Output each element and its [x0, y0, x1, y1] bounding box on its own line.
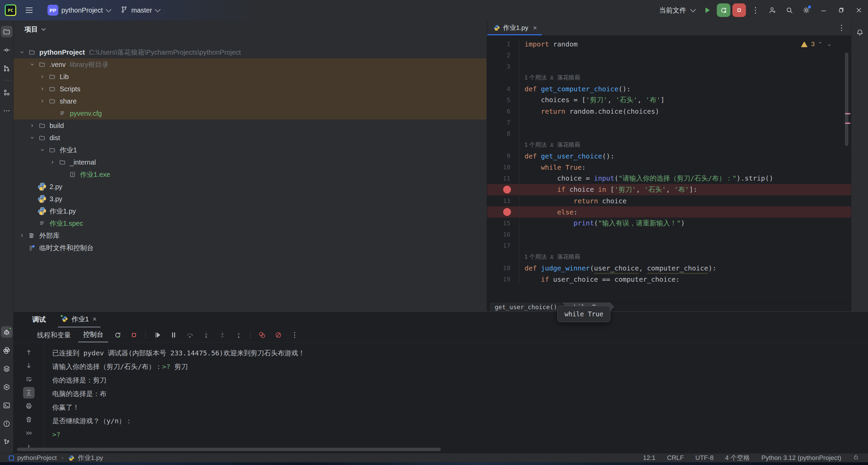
- notifications-bell-icon[interactable]: [856, 29, 864, 311]
- tree-item[interactable]: 3.py: [14, 193, 487, 205]
- editor-scrollbar[interactable]: [845, 53, 848, 146]
- rail-terminal-icon[interactable]: [1, 399, 13, 411]
- chevron-down-icon[interactable]: [27, 61, 37, 68]
- tree-item[interactable]: share: [14, 95, 487, 107]
- code-line[interactable]: 8: [487, 128, 851, 139]
- caret-position-widget[interactable]: 12:1: [643, 454, 655, 462]
- force-step-into-icon[interactable]: [216, 328, 229, 342]
- inspections-widget[interactable]: 3 ⌃⌄: [801, 40, 831, 48]
- error-stripe-mark[interactable]: [845, 113, 850, 114]
- tree-item[interactable]: pyvenv.cfg: [14, 107, 487, 119]
- code-line[interactable]: 18def judge_winner(user_choice, computer…: [487, 262, 851, 274]
- rerun-debug-button[interactable]: [717, 3, 730, 17]
- gutter[interactable]: [487, 184, 519, 195]
- rail-folder-icon[interactable]: [1, 26, 13, 37]
- tree-item[interactable]: 作业1.py: [14, 205, 487, 217]
- chevron-right-icon[interactable]: [47, 159, 58, 166]
- view-breakpoints-icon[interactable]: [255, 328, 269, 342]
- rail-more-icon[interactable]: [1, 105, 13, 116]
- code-line[interactable]: 11choice = input("请输入你的选择（剪刀/石头/布）：").st…: [487, 173, 851, 184]
- console-horizontal-scrollbar[interactable]: [17, 448, 441, 451]
- tree-item[interactable]: Lib: [14, 71, 487, 83]
- triple-chevron-icon[interactable]: [23, 427, 35, 439]
- rail-debug-icon[interactable]: [1, 326, 13, 338]
- rail-version-control-icon[interactable]: [1, 436, 13, 448]
- tree-item[interactable]: Scripts: [14, 83, 487, 95]
- code-line[interactable]: 9def get_user_choice():: [487, 150, 851, 162]
- gutter[interactable]: [487, 206, 519, 218]
- editor-tab-options-button[interactable]: ⋮: [838, 20, 851, 35]
- tree-item[interactable]: .venvlibrary根目录: [14, 58, 487, 71]
- author-hint[interactable]: 落花狼藉: [557, 253, 580, 261]
- chevron-down-icon[interactable]: [27, 134, 37, 141]
- gutter[interactable]: 13: [487, 195, 519, 206]
- tree-item[interactable]: 作业1: [14, 144, 487, 156]
- stop-icon[interactable]: [127, 328, 141, 342]
- indent-widget[interactable]: 4 个空格: [725, 453, 750, 462]
- code-line[interactable]: 7: [487, 117, 851, 128]
- author-hint[interactable]: 落花狼藉: [557, 74, 580, 81]
- usages-hint[interactable]: 1 个用法: [525, 74, 547, 81]
- main-menu-button[interactable]: [22, 3, 36, 17]
- chevron-right-icon[interactable]: [27, 122, 37, 129]
- code-editor[interactable]: 1import random23 1 个用法 落花狼藉4def get_comp…: [487, 36, 851, 302]
- step-into-icon[interactable]: [199, 328, 213, 342]
- rail-commit-icon[interactable]: [1, 44, 13, 56]
- step-out-icon[interactable]: [232, 328, 245, 342]
- breadcrumb-item[interactable]: get_user_choice(): [490, 302, 565, 312]
- breakpoint-icon[interactable]: [503, 208, 511, 216]
- settings-button[interactable]: [799, 3, 814, 17]
- chevron-right-icon[interactable]: [37, 86, 47, 92]
- run-button[interactable]: [700, 3, 715, 17]
- rail-services-icon[interactable]: [1, 363, 13, 374]
- tree-item[interactable]: 外部库: [14, 229, 487, 242]
- tree-item[interactable]: ?作业1.exe: [14, 168, 487, 181]
- tree-item[interactable]: _internal: [14, 156, 487, 168]
- tree-item[interactable]: 作业1.spec: [14, 217, 487, 229]
- gutter[interactable]: 10: [487, 162, 519, 173]
- chevron-right-icon[interactable]: [17, 232, 27, 239]
- close-icon[interactable]: ✕: [92, 316, 97, 322]
- code-line[interactable]: 15print("输入有误，请重新输入！"): [487, 218, 851, 229]
- branch-widget[interactable]: master: [117, 3, 162, 17]
- pause-icon[interactable]: [167, 328, 180, 342]
- usages-hint[interactable]: 1 个用法: [525, 253, 547, 261]
- gutter[interactable]: 4: [487, 83, 519, 94]
- debug-session-tab[interactable]: 作业1 ✕: [58, 312, 100, 328]
- status-breadcrumb-project[interactable]: pythonProject: [17, 454, 57, 462]
- code-line[interactable]: 5choices = ['剪刀', '石头', '布']: [487, 94, 851, 106]
- code-line[interactable]: 3: [487, 61, 851, 72]
- project-widget[interactable]: PP pythonProject: [44, 3, 113, 17]
- status-breadcrumb-file[interactable]: 作业1.py: [78, 453, 103, 462]
- print-icon[interactable]: [23, 401, 35, 412]
- gutter[interactable]: 15: [487, 218, 519, 229]
- interpreter-widget[interactable]: Python 3.12 (pythonProject): [761, 454, 841, 462]
- tree-item[interactable]: pythonProjectC:\Users\落花狼藉\PycharmProjec…: [14, 46, 487, 58]
- usages-hint[interactable]: 1 个用法: [525, 141, 547, 149]
- rail-pull-requests-icon[interactable]: [1, 62, 13, 74]
- code-with-me-button[interactable]: [765, 3, 780, 17]
- gutter[interactable]: 6: [487, 106, 519, 117]
- tree-item[interactable]: dist: [14, 132, 487, 144]
- gutter[interactable]: 7: [487, 117, 519, 128]
- mute-breakpoints-icon[interactable]: [272, 328, 285, 342]
- code-line[interactable]: 6return random.choice(choices): [487, 106, 851, 117]
- gutter[interactable]: 9: [487, 150, 519, 162]
- trash-icon[interactable]: [23, 414, 35, 425]
- rerun-debug-icon[interactable]: [111, 328, 124, 342]
- chevron-right-icon[interactable]: [37, 98, 47, 105]
- code-line[interactable]: if choice in ['剪刀', '石头', '布']:: [487, 184, 851, 195]
- unlocked-icon[interactable]: [853, 454, 859, 462]
- chevron-down-icon[interactable]: [37, 147, 47, 153]
- minimize-button[interactable]: [816, 3, 831, 18]
- breakpoint-icon[interactable]: [503, 186, 511, 193]
- soft-wrap-icon[interactable]: [23, 373, 35, 385]
- tree-item[interactable]: 2.py: [14, 181, 487, 193]
- error-stripe-mark[interactable]: [845, 123, 850, 124]
- code-line[interactable]: 19if user_choice == computer_choice:: [487, 274, 851, 285]
- step-over-icon[interactable]: [183, 328, 197, 342]
- rail-problems-icon[interactable]: [1, 418, 13, 429]
- gutter[interactable]: 1: [487, 38, 519, 50]
- code-line[interactable]: 16: [487, 229, 851, 240]
- gutter[interactable]: 5: [487, 94, 519, 106]
